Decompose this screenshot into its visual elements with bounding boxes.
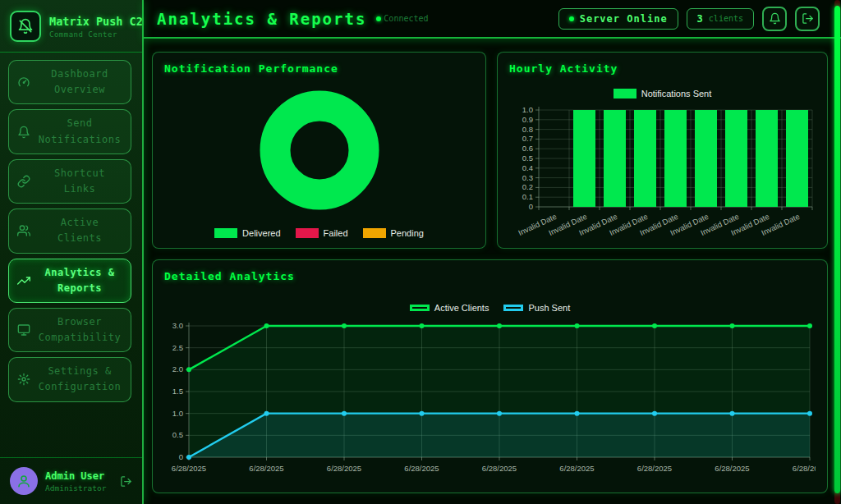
svg-text:0.5: 0.5 [172,430,183,439]
monitor-icon [16,323,31,337]
gear-icon [16,373,31,386]
panel-title: Notification Performance [164,62,474,75]
header-controls: Server Online 3 clients [558,7,820,31]
legend-item-failed[interactable]: Failed [296,228,348,238]
svg-text:0.8: 0.8 [522,125,533,134]
svg-text:1.0: 1.0 [522,105,533,114]
page-header: Analytics & Reports Connected Server Onl… [144,0,841,39]
svg-text:0.3: 0.3 [522,173,533,182]
sidebar-item-send-notifications[interactable]: Send Notifications [8,109,131,153]
logout-icon [802,12,814,25]
link-icon [16,175,31,188]
sidebar-item-label: Active Clients [36,215,123,246]
svg-text:0.7: 0.7 [522,134,533,143]
legend-swatch [296,228,319,238]
server-online-dot-icon [569,16,574,21]
legend-swatch [410,305,430,311]
svg-text:2.5: 2.5 [172,343,183,352]
svg-text:0: 0 [179,452,183,461]
svg-text:6/28/2025: 6/28/2025 [172,464,206,473]
svg-text:0: 0 [529,202,533,211]
svg-text:6/28/2025: 6/28/2025 [559,464,594,473]
svg-text:0.1: 0.1 [522,192,533,201]
sidebar-item-browser-compatibility[interactable]: Browser Compatibility [8,308,131,352]
users-icon [16,224,31,237]
legend-item-push-sent[interactable]: Push Sent [503,303,570,313]
svg-text:0.9: 0.9 [522,115,533,124]
svg-text:6/28/2025: 6/28/2025 [793,464,816,473]
sidebar-item-dashboard-overview[interactable]: Dashboard Overview [8,60,131,104]
bell-icon [16,126,31,139]
gauge-icon [16,76,31,89]
svg-text:0.2: 0.2 [522,182,533,191]
sidebar-item-label: Analytics & Reports [36,265,123,296]
panel-title: Hourly Activity [509,62,816,75]
push-notification-logo-icon [10,11,41,42]
sidebar-item-label: Shortcut Links [36,166,123,197]
line-chart: 00.51.01.52.02.53.06/28/20256/28/20256/2… [164,316,816,486]
sidebar: Matrix Push C2 Command Center Dashboard … [0,0,144,504]
bell-icon [769,12,781,25]
trending-up-icon [16,274,31,287]
svg-text:6/28/2025: 6/28/2025 [327,464,361,473]
svg-text:1.0: 1.0 [172,409,183,418]
svg-text:0.5: 0.5 [522,153,533,163]
legend-swatch [614,89,636,99]
dashboard-content: Notification Performance DeliveredFailed… [144,39,841,504]
clients-label: clients [709,14,743,23]
user-name: Admin User [45,470,106,482]
panel-title: Detailed Analytics [164,270,816,282]
svg-text:0.6: 0.6 [522,144,533,153]
avatar [10,467,38,495]
doughnut-legend: DeliveredFailedPending [164,226,474,241]
server-status-label: Server Online [580,13,668,25]
sidebar-item-shortcut-links[interactable]: Shortcut Links [8,159,131,204]
legend-swatch [363,228,386,238]
svg-text:6/28/2025: 6/28/2025 [404,464,439,473]
sidebar-item-label: Send Notifications [36,116,123,147]
doughnut-chart [164,75,474,226]
sidebar-item-analytics-reports[interactable]: Analytics & Reports [8,259,131,303]
svg-text:6/28/2025: 6/28/2025 [715,464,749,473]
legend-item-active-clients[interactable]: Active Clients [410,303,489,313]
svg-text:2.0: 2.0 [172,364,183,373]
server-status-pill[interactable]: Server Online [558,8,678,30]
app-title: Matrix Push C2 [49,15,143,28]
bar-chart: 00.10.20.30.40.50.60.70.80.91.0Invalid D… [509,102,816,241]
page-title: Analytics & Reports [157,10,366,28]
legend-item-notifications-sent[interactable]: Notifications Sent [614,89,712,99]
svg-text:6/28/2025: 6/28/2025 [637,464,672,473]
page-scrollbar [834,0,840,504]
svg-text:6/28/2025: 6/28/2025 [482,464,517,473]
svg-text:3.0: 3.0 [172,321,183,330]
connection-status-label: Connected [384,14,428,23]
legend-swatch [214,228,237,238]
user-section: Admin User Administrator [0,457,142,504]
legend-item-pending[interactable]: Pending [363,228,424,238]
sidebar-item-label: Browser Compatibility [36,314,123,346]
legend-item-delivered[interactable]: Delivered [214,228,280,238]
app-window: Matrix Push C2 Command Center Dashboard … [0,0,841,504]
connection-status: Connected [376,14,428,23]
clients-count: 3 [697,13,703,25]
clients-count-badge[interactable]: 3 clients [687,8,754,30]
notifications-button[interactable] [762,7,787,31]
sidebar-item-settings-configuration[interactable]: Settings & Configuration [8,357,131,401]
app-subtitle: Command Center [49,30,143,39]
sidebar-item-active-clients[interactable]: Active Clients [8,208,131,253]
svg-text:6/28/2025: 6/28/2025 [249,464,283,473]
sidebar-nav: Dashboard OverviewSend NotificationsShor… [0,53,142,407]
hourly-activity-panel: Hourly Activity Notifications Sent 00.10… [497,52,828,249]
scrollbar-thumb[interactable] [834,6,840,493]
bar-legend: Notifications Sent [509,86,816,102]
detailed-analytics-panel: Detailed Analytics Active ClientsPush Se… [152,259,828,493]
svg-text:1.5: 1.5 [172,387,183,396]
legend-swatch [503,305,523,311]
svg-text:0.4: 0.4 [522,163,533,172]
line-legend: Active ClientsPush Sent [164,300,816,316]
logout-icon[interactable] [120,475,132,488]
notification-performance-panel: Notification Performance DeliveredFailed… [152,52,486,249]
sidebar-item-label: Settings & Configuration [36,364,123,395]
logout-button[interactable] [795,7,820,31]
connected-dot-icon [376,16,381,21]
